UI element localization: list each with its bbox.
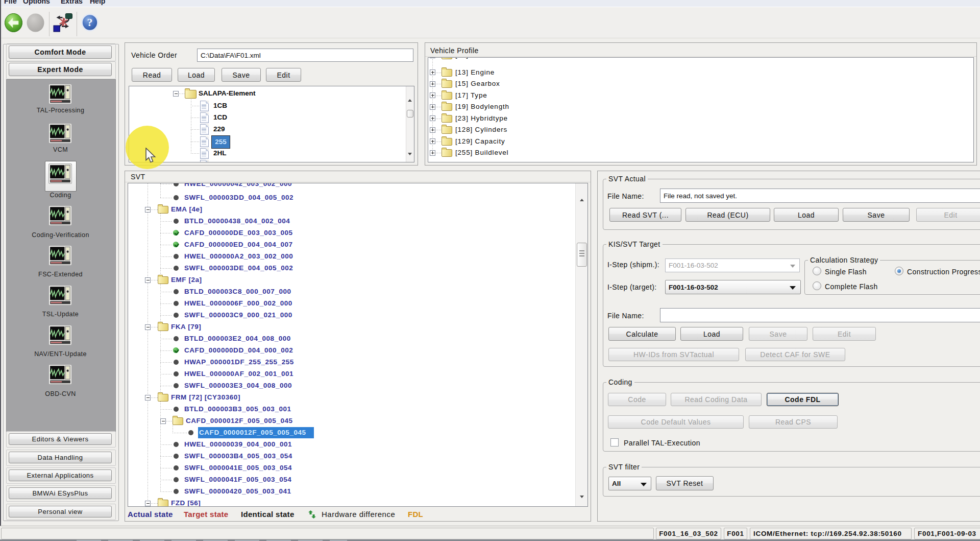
svg-text:?: ?	[87, 16, 93, 29]
